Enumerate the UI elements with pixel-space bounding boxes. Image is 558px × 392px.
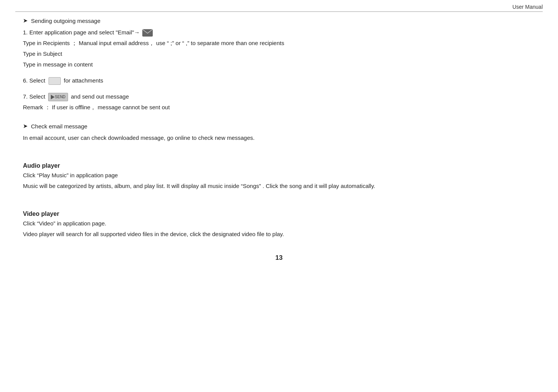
section-check-heading: ➤ Check email message: [23, 123, 535, 130]
list-item-3: Type in Subject: [23, 49, 535, 58]
list-item-7: 7. Select SEND and send out message: [23, 92, 535, 101]
list-item-1: 1. Enter application page and select "Em…: [23, 28, 535, 37]
content: ➤ Sending outgoing message 1. Enter appl…: [15, 17, 543, 262]
item7-label: Select: [29, 93, 45, 100]
header-bar: User Manual: [15, 4, 543, 12]
audio-text2: Music will be categorized by artists, al…: [23, 181, 535, 191]
section-sending-label: Sending outgoing message: [31, 18, 101, 24]
video-text1: Click “Video” in application page.: [23, 219, 535, 228]
list-item-2: Type in Recipients ； Manual input email …: [23, 39, 535, 48]
page-container: User Manual ➤ Sending outgoing message 1…: [0, 0, 558, 392]
video-player-heading: Video player: [23, 211, 535, 217]
bullet-arrow-1: ➤: [23, 17, 28, 24]
audio-text1: Click “Play Music” in application page: [23, 171, 535, 180]
section-check-label: Check email message: [31, 123, 88, 130]
remark-line: Remark ： If user is offline， message can…: [23, 103, 535, 112]
audio-player-heading: Audio player: [23, 162, 535, 169]
bullet-arrow-2: ➤: [23, 123, 28, 130]
check-email-paragraph: In email account, user can check downloa…: [23, 134, 255, 141]
send-icon: SEND: [48, 93, 68, 101]
item6-number: 6.: [23, 77, 29, 84]
audio-paragraph2: Music will be categorized by artists, al…: [23, 183, 375, 189]
video-player-label: Video player: [23, 211, 59, 217]
email-icon: [142, 29, 153, 37]
list-item-4: Type in message in content: [23, 60, 535, 69]
video-paragraph2: Video player will search for all support…: [23, 231, 284, 237]
item6-suffix: for attachments: [64, 77, 103, 84]
video-text2: Video player will search for all support…: [23, 230, 535, 239]
item7-number: 7.: [23, 93, 29, 100]
remark-text: Remark ： If user is offline， message can…: [23, 104, 170, 110]
item1-number: 1. Enter application page and select "Em…: [23, 29, 140, 36]
page-number-value: 13: [276, 254, 283, 261]
item4-text: Type in message in content: [23, 61, 93, 68]
check-email-text: In email account, user can check downloa…: [23, 133, 535, 143]
item2-text: Type in Recipients ； Manual input email …: [23, 40, 284, 46]
header-title: User Manual: [513, 4, 543, 10]
item6-label: Select: [29, 77, 45, 84]
audio-player-label: Audio player: [23, 162, 60, 169]
audio-paragraph1: Click “Play Music” in application page: [23, 172, 118, 178]
send-arrow-icon: [51, 95, 55, 99]
list-item-6: 6. Select for attachments: [23, 76, 535, 85]
attach-icon: [49, 77, 61, 85]
section-sending-heading: ➤ Sending outgoing message: [23, 17, 535, 24]
item3-text: Type in Subject: [23, 50, 62, 57]
item7-suffix: and send out message: [71, 93, 129, 100]
video-paragraph1: Click “Video” in application page.: [23, 220, 106, 227]
page-number: 13: [23, 254, 535, 262]
